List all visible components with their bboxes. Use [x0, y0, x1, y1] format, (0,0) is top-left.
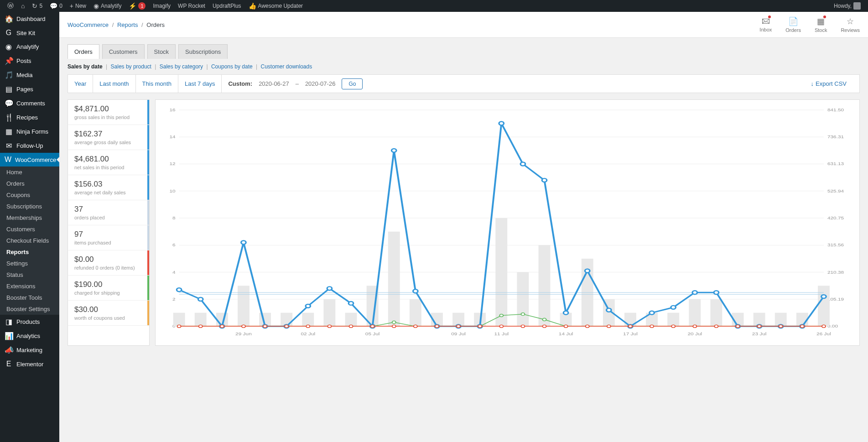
- legend-item[interactable]: $162.37average gross daily sales: [68, 125, 149, 150]
- sub-orders[interactable]: Orders: [0, 178, 59, 189]
- panel-stock[interactable]: ▦Stock: [815, 16, 827, 33]
- tab-orders[interactable]: Orders: [68, 44, 99, 59]
- crumb-reports[interactable]: Reports: [117, 21, 138, 28]
- sub-booster-settings[interactable]: Booster Settings: [0, 303, 59, 315]
- analytify-toolbar[interactable]: ◉Analytify: [90, 2, 125, 10]
- notification-dot: [768, 16, 771, 18]
- tab-customers[interactable]: Customers: [102, 44, 145, 59]
- panel-inbox[interactable]: 🖂Inbox: [759, 16, 772, 33]
- sub-status[interactable]: Status: [0, 269, 59, 281]
- svg-point-63: [241, 241, 246, 244]
- sub-extensions[interactable]: Extensions: [0, 281, 59, 292]
- subnav-sales-by-product[interactable]: Sales by product: [111, 63, 151, 70]
- subnav-customer-downloads[interactable]: Customer downloads: [260, 63, 312, 70]
- menu-label: Media: [16, 72, 32, 78]
- legend-value: $30.00: [74, 305, 143, 314]
- date-dash: –: [296, 80, 299, 87]
- go-button[interactable]: Go: [342, 78, 363, 89]
- range-last-month[interactable]: Last month: [93, 75, 135, 93]
- range-year[interactable]: Year: [68, 75, 93, 93]
- menu-comments[interactable]: 💬Comments: [0, 96, 59, 110]
- svg-point-77: [542, 178, 547, 182]
- svg-point-165: [435, 325, 439, 328]
- sub-coupons[interactable]: Coupons: [0, 189, 59, 201]
- sub-home[interactable]: Home: [0, 166, 59, 178]
- panel-orders[interactable]: 📄Orders: [785, 16, 801, 33]
- range-this-month[interactable]: This month: [136, 75, 178, 93]
- legend-value: 37: [74, 205, 143, 214]
- svg-text:20 Jul: 20 Jul: [687, 332, 702, 336]
- menu-sitekit[interactable]: GSite Kit: [0, 26, 59, 40]
- comments[interactable]: 💬0: [46, 2, 66, 10]
- sub-reports[interactable]: Reports: [0, 246, 59, 258]
- legend-item[interactable]: $30.00worth of coupons used: [68, 301, 149, 326]
- sub-customers[interactable]: Customers: [0, 224, 59, 235]
- legend-item[interactable]: 37orders placed: [68, 200, 149, 225]
- imagify-toolbar[interactable]: Imagify: [149, 3, 174, 9]
- wp-logo[interactable]: ⓦ: [4, 2, 17, 10]
- svg-point-171: [564, 325, 568, 328]
- legend-item[interactable]: $4,681.00net sales in this period: [68, 150, 149, 175]
- menu-label: WooCommerce: [15, 156, 56, 163]
- panel-reviews[interactable]: ☆Reviews: [841, 16, 860, 33]
- subnav-sales-by-category[interactable]: Sales by category: [160, 63, 203, 70]
- menu-analytify[interactable]: ◉Analytify: [0, 40, 59, 54]
- tab-subscriptions[interactable]: Subscriptions: [178, 44, 228, 59]
- sub-booster-tools[interactable]: Booster Tools: [0, 292, 59, 303]
- svg-text:10: 10: [169, 189, 175, 193]
- svg-point-158: [285, 325, 288, 328]
- menu-products[interactable]: ◨Products: [0, 315, 59, 329]
- range-last-7-days[interactable]: Last 7 days: [178, 75, 222, 93]
- menu-analytics[interactable]: 📊Analytics: [0, 329, 59, 343]
- woocommerce-submenu: Home Orders Coupons Subscriptions Member…: [0, 166, 59, 315]
- legend-item[interactable]: $190.00charged for shipping: [68, 276, 149, 301]
- site-home[interactable]: ⌂: [17, 2, 28, 10]
- sub-checkout-fields[interactable]: Checkout Fields: [0, 235, 59, 246]
- new-content[interactable]: +New: [66, 2, 90, 10]
- custom-range: Custom: 2020-06-27 – 2020-07-26 Go ↓Expo…: [222, 78, 859, 89]
- legend-item[interactable]: 97items purchased: [68, 225, 149, 250]
- legend-item[interactable]: $4,871.00gross sales in this period: [68, 100, 149, 125]
- crumb-woocommerce[interactable]: WooCommerce: [68, 21, 109, 28]
- legend-item[interactable]: $156.03average net daily sales: [68, 175, 149, 200]
- svg-point-75: [499, 122, 504, 125]
- svg-rect-27: [173, 313, 185, 327]
- menu-media[interactable]: 🎵Media: [0, 68, 59, 82]
- menu-marketing[interactable]: 📣Marketing: [0, 343, 59, 352]
- my-account[interactable]: Howdy,: [830, 2, 864, 10]
- sub-subscriptions[interactable]: Subscriptions: [0, 201, 59, 212]
- legend-stripe: [147, 301, 149, 325]
- svg-point-90: [821, 295, 826, 298]
- menu-label: Ninja Forms: [16, 128, 48, 135]
- legend-item[interactable]: $0.00refunded 0 orders (0 items): [68, 250, 149, 276]
- menu-recipes[interactable]: 🍴Recipes: [0, 110, 59, 125]
- menu-posts[interactable]: 📌Posts: [0, 54, 59, 68]
- menu-dashboard[interactable]: 🏠Dashboard: [0, 12, 59, 26]
- updates[interactable]: ↻5: [28, 2, 46, 10]
- sub-settings[interactable]: Settings: [0, 258, 59, 269]
- analytify-notif[interactable]: ⚡1: [125, 2, 149, 10]
- menu-followup[interactable]: ✉Follow-Up: [0, 139, 59, 153]
- svg-point-182: [800, 325, 804, 328]
- date-to[interactable]: 2020-07-26: [305, 80, 336, 87]
- sub-memberships[interactable]: Memberships: [0, 212, 59, 224]
- wprocket-toolbar[interactable]: WP Rocket: [174, 3, 209, 9]
- legend-value: $156.03: [74, 180, 143, 189]
- tab-stock[interactable]: Stock: [147, 44, 176, 59]
- menu-label: Follow-Up: [16, 142, 43, 149]
- legend-stripe: [147, 150, 149, 175]
- orders-icon: 📄: [788, 16, 798, 26]
- updraft-toolbar[interactable]: UpdraftPlus: [209, 3, 245, 9]
- form-icon: ▦: [5, 127, 13, 136]
- subnav-sales-by-date[interactable]: Sales by date: [68, 63, 103, 70]
- menu-woocommerce[interactable]: WWooCommerce: [0, 153, 59, 166]
- svg-point-166: [457, 325, 460, 328]
- menu-pages[interactable]: ▤Pages: [0, 82, 59, 96]
- subnav-coupons-by-date[interactable]: Coupons by date: [211, 63, 253, 70]
- date-from[interactable]: 2020-06-27: [259, 80, 289, 87]
- svg-rect-35: [345, 313, 357, 327]
- awesome-updater[interactable]: 👍Awesome Updater: [245, 2, 307, 10]
- export-csv[interactable]: ↓Export CSV: [811, 80, 847, 87]
- svg-text:420.75: 420.75: [827, 216, 844, 220]
- menu-ninjaforms[interactable]: ▦Ninja Forms: [0, 125, 59, 139]
